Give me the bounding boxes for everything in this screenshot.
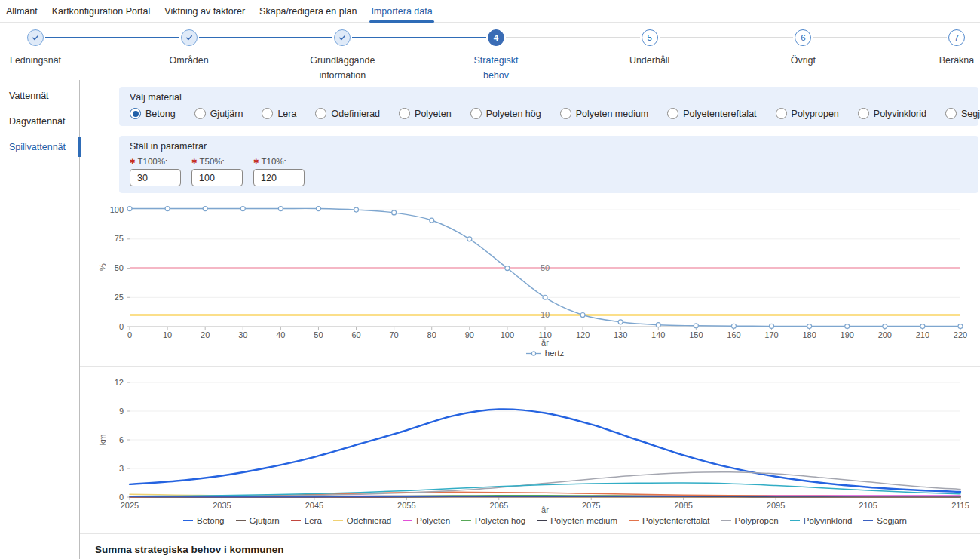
- legend-item-lera[interactable]: Lera: [291, 516, 322, 525]
- svg-text:10: 10: [163, 330, 172, 339]
- svg-text:50: 50: [314, 330, 323, 339]
- survival-chart-xlabel: år: [130, 338, 960, 347]
- svg-text:%: %: [98, 263, 107, 271]
- svg-text:200: 200: [878, 330, 892, 339]
- legend-item-odefinierad[interactable]: Odefinierad: [333, 516, 391, 525]
- step-berakna[interactable]: 7: [948, 29, 965, 46]
- svg-text:2095: 2095: [767, 501, 785, 510]
- legend-item-polypropen[interactable]: Polypropen: [721, 516, 779, 525]
- material-radio-segjarn[interactable]: Segjärn: [945, 108, 980, 119]
- legend-label: Gjutjärn: [250, 516, 280, 525]
- legend-item-hertz[interactable]: hertz: [526, 349, 565, 358]
- radio-label: Betong: [145, 109, 176, 119]
- radio-icon: [262, 108, 273, 119]
- sidebar: VattennätDagvattennätSpillvattennät: [0, 80, 80, 559]
- step-label-ovrigt: Övrigt: [746, 53, 859, 68]
- radio-icon: [560, 108, 571, 119]
- radio-label: Polypropen: [792, 109, 839, 119]
- parameters-panel-title: Ställ in parametrar: [130, 141, 968, 152]
- svg-text:25: 25: [115, 293, 124, 302]
- material-radio-polyvinklorid[interactable]: Polyvinklorid: [858, 108, 926, 119]
- legend-label: Betong: [197, 516, 224, 525]
- svg-text:0: 0: [119, 322, 124, 331]
- step-grundlaggande-information[interactable]: [334, 29, 351, 46]
- svg-text:80: 80: [427, 330, 436, 339]
- tab-allmant[interactable]: Allmänt: [6, 0, 38, 23]
- app-root: AllmäntKartkonfiguration PortalViktning …: [0, 0, 980, 559]
- svg-text:75: 75: [115, 234, 124, 243]
- material-radio-gjutjarn[interactable]: Gjutjärn: [194, 108, 243, 119]
- sidebar-item-vattennat[interactable]: Vattennät: [0, 83, 79, 109]
- legend-swatch-icon: [403, 520, 412, 521]
- svg-text:160: 160: [727, 330, 740, 339]
- legend-label: Lera: [305, 516, 322, 525]
- radio-icon: [858, 108, 869, 119]
- legend-item-segjarn[interactable]: Segjärn: [863, 516, 907, 525]
- svg-text:40: 40: [276, 330, 285, 339]
- legend-item-betong[interactable]: Betong: [183, 516, 224, 525]
- legend-item-polyeten-hog[interactable]: Polyeten hög: [461, 516, 525, 525]
- material-radio-polyeten[interactable]: Polyeten: [399, 108, 452, 119]
- svg-text:2105: 2105: [859, 501, 877, 510]
- svg-text:2115: 2115: [951, 501, 969, 510]
- legend-swatch-icon: [236, 520, 246, 521]
- step-ledningsnat[interactable]: [27, 29, 44, 46]
- radio-label: Polyetentereftalat: [683, 109, 756, 119]
- svg-text:2065: 2065: [490, 501, 508, 510]
- radio-icon: [399, 108, 410, 119]
- tab-importera-data[interactable]: Importera data: [371, 0, 432, 23]
- svg-text:50: 50: [541, 263, 550, 272]
- legend-label: Segjärn: [877, 516, 907, 525]
- svg-text:100: 100: [501, 330, 514, 339]
- required-asterisk-icon: ✱: [253, 158, 259, 165]
- material-radio-polyetentereftalat[interactable]: Polyetentereftalat: [667, 108, 756, 119]
- material-radio-odefinierad[interactable]: Odefinierad: [315, 108, 380, 119]
- legend-item-polyeten-medium[interactable]: Polyeten medium: [537, 516, 617, 525]
- step-connector: [660, 37, 794, 38]
- material-radio-betong[interactable]: Betong: [130, 108, 176, 119]
- legend-item-polyetentereftalat[interactable]: Polyetentereftalat: [629, 516, 710, 525]
- required-asterisk-icon: ✱: [191, 158, 198, 165]
- survival-chart-legend: hertz: [130, 349, 960, 358]
- tab-bar: AllmäntKartkonfiguration PortalViktning …: [0, 0, 980, 23]
- radio-label: Polyvinklorid: [874, 109, 926, 119]
- legend-label: Polyetentereftalat: [642, 516, 710, 525]
- radio-icon: [776, 108, 787, 119]
- legend-swatch-icon: [790, 520, 800, 521]
- sidebar-item-spillvattennat[interactable]: Spillvattennät: [0, 134, 79, 160]
- tab-kartkonfiguration-portal[interactable]: Kartkonfiguration Portal: [52, 0, 151, 23]
- svg-text:2035: 2035: [213, 501, 231, 510]
- survival-chart: 0255075100010203040506070809010011012013…: [93, 203, 980, 358]
- summary-divider: [80, 533, 980, 534]
- step-ovrigt[interactable]: 6: [795, 29, 811, 46]
- step-underhall[interactable]: 5: [642, 29, 658, 46]
- material-radio-lera[interactable]: Lera: [262, 108, 296, 119]
- material-radio-polypropen[interactable]: Polypropen: [776, 108, 839, 119]
- param-input-t100[interactable]: [130, 169, 181, 186]
- tab-viktning-av-faktorer[interactable]: Viktning av faktorer: [164, 0, 245, 23]
- svg-text:0: 0: [119, 493, 124, 502]
- tab-skapa-redigera-en-plan[interactable]: Skapa/redigera en plan: [259, 0, 357, 23]
- material-radio-polyeten-hog[interactable]: Polyeten hög: [470, 108, 541, 119]
- parameters-panel: Ställ in parametrar ✱T100%:✱T50%:✱T10%:: [119, 136, 978, 193]
- material-radio-polyeten-medium[interactable]: Polyeten medium: [560, 108, 649, 119]
- legend-label: Polyeten medium: [550, 516, 617, 525]
- svg-text:3: 3: [119, 464, 124, 473]
- legend-item-gjutjarn[interactable]: Gjutjärn: [236, 516, 280, 525]
- needs-chart-plot: 0369122025203520452055206520752085209521…: [93, 376, 980, 511]
- legend-label: Odefinierad: [347, 516, 391, 525]
- svg-text:220: 220: [954, 330, 967, 339]
- svg-text:10: 10: [541, 310, 550, 319]
- legend-item-polyeten[interactable]: Polyeten: [403, 516, 450, 525]
- required-asterisk-icon: ✱: [130, 158, 136, 165]
- step-strategiskt-behov[interactable]: 4: [488, 29, 504, 46]
- param-input-t50[interactable]: [191, 169, 243, 186]
- legend-item-polyvinklorid[interactable]: Polyvinklorid: [790, 516, 853, 525]
- param-input-t10[interactable]: [253, 169, 305, 186]
- needs-chart-xlabel: år: [130, 505, 960, 514]
- step-omraden[interactable]: [181, 29, 198, 46]
- sidebar-item-dagvattennat[interactable]: Dagvattennät: [0, 109, 79, 134]
- check-icon: [185, 33, 194, 42]
- svg-text:2075: 2075: [582, 501, 600, 510]
- svg-text:9: 9: [119, 407, 124, 416]
